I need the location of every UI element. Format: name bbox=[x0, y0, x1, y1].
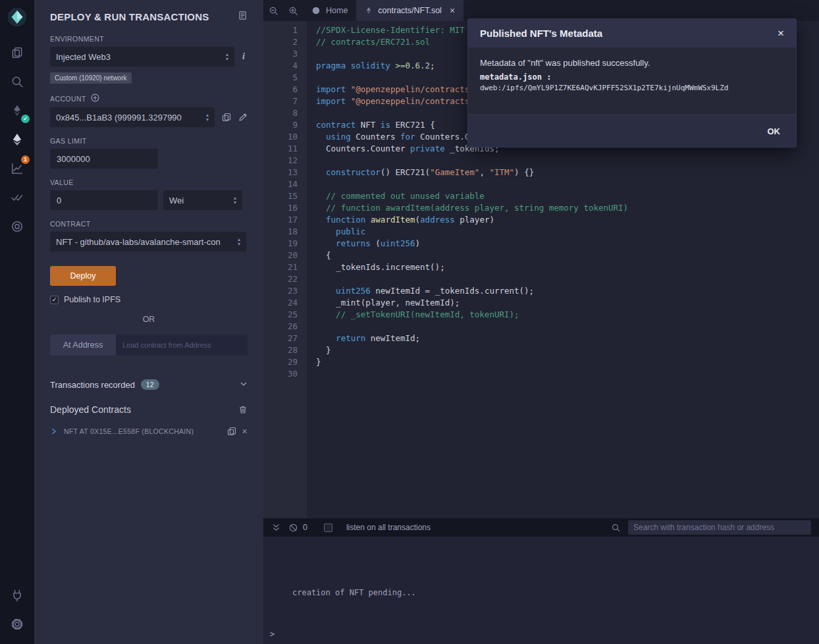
code-line[interactable]: // commented out unused variable bbox=[316, 190, 819, 202]
code-line[interactable]: public bbox=[316, 226, 819, 238]
sign-message-icon[interactable] bbox=[238, 113, 248, 122]
analysis-icon[interactable]: 1 bbox=[0, 154, 34, 183]
listen-transactions-label: listen on all transactions bbox=[346, 523, 431, 532]
line-number: 9 bbox=[263, 119, 298, 131]
terminal-log-line: creation of NFT pending... bbox=[263, 537, 819, 597]
terminal-search-box bbox=[628, 520, 811, 535]
code-line[interactable]: // function awardItem(address player, st… bbox=[316, 202, 819, 214]
code-line[interactable]: constructor() ERC721("GameItem", "ITM") … bbox=[316, 167, 819, 178]
publish-ipfs-label: Publish to IPFS bbox=[64, 295, 120, 304]
line-number: 6 bbox=[263, 84, 298, 95]
value-input[interactable] bbox=[50, 190, 158, 210]
code-line[interactable]: uint256 newItemId = _tokenIds.current(); bbox=[316, 285, 819, 297]
terminal-toolbar: 0 listen on all transactions bbox=[263, 518, 819, 537]
plugin-manager-icon[interactable] bbox=[0, 581, 34, 610]
ok-button[interactable]: OK bbox=[768, 126, 781, 136]
gas-limit-input[interactable] bbox=[50, 149, 158, 169]
publish-ipfs-checkbox[interactable] bbox=[50, 296, 59, 304]
value-unit-select[interactable]: Wei bbox=[163, 190, 242, 210]
code-line[interactable]: { bbox=[316, 250, 819, 261]
compile-success-badge: ✓ bbox=[21, 115, 30, 123]
line-number: 2 bbox=[263, 36, 298, 48]
select-caret-icon bbox=[238, 238, 240, 246]
code-line[interactable]: } bbox=[316, 344, 819, 356]
code-line[interactable]: returns (uint256) bbox=[316, 238, 819, 250]
expand-terminal-icon[interactable] bbox=[271, 523, 281, 533]
modal-footer: OK bbox=[468, 115, 796, 147]
chevron-down-icon[interactable] bbox=[240, 380, 248, 390]
line-number: 27 bbox=[263, 333, 298, 344]
deployed-instance-label: NFT AT 0X15E...E558F (BLOCKCHAIN) bbox=[64, 427, 194, 435]
remove-instance-icon[interactable]: × bbox=[242, 427, 248, 436]
line-number: 30 bbox=[263, 368, 298, 380]
close-modal-icon[interactable]: × bbox=[778, 28, 784, 39]
deploy-run-icon[interactable] bbox=[0, 125, 34, 154]
analysis-count-badge: 1 bbox=[21, 155, 30, 164]
account-value: 0x845...B1aB3 (999991.3297990 bbox=[56, 113, 182, 122]
line-number: 22 bbox=[263, 273, 298, 285]
settings-icon[interactable] bbox=[0, 610, 34, 639]
code-line[interactable] bbox=[316, 368, 819, 380]
select-caret-icon bbox=[206, 113, 209, 122]
add-account-icon[interactable] bbox=[91, 94, 99, 103]
file-explorer-icon[interactable] bbox=[0, 38, 34, 67]
listen-transactions-checkbox[interactable] bbox=[324, 523, 332, 532]
at-address-button[interactable]: At Address bbox=[50, 335, 116, 356]
code-line[interactable]: return newItemId; bbox=[316, 333, 819, 344]
tab-home[interactable]: Home bbox=[303, 0, 356, 21]
gas-limit-label: GAS LIMIT bbox=[50, 137, 248, 145]
line-number: 7 bbox=[263, 95, 298, 107]
environment-select[interactable]: Injected Web3 bbox=[50, 47, 234, 67]
zoom-in-icon[interactable] bbox=[283, 0, 303, 21]
clear-console-icon[interactable] bbox=[288, 523, 298, 533]
line-number: 16 bbox=[263, 202, 298, 214]
published-metadata-modal: Published NFT's Metadata × Metadata of "… bbox=[467, 18, 797, 148]
deploy-run-panel: DEPLOY & RUN TRANSACTIONS ENVIRONMENT In… bbox=[34, 0, 263, 644]
code-line[interactable]: } bbox=[316, 356, 819, 368]
notebook-icon[interactable] bbox=[238, 11, 248, 22]
line-number: 17 bbox=[263, 214, 298, 226]
line-number: 23 bbox=[263, 285, 298, 297]
terminal[interactable]: creation of NFT pending... > bbox=[263, 537, 819, 644]
solidity-compiler-icon[interactable]: ✓ bbox=[0, 96, 34, 125]
close-tab-icon[interactable]: × bbox=[450, 6, 455, 15]
remix-logo-icon[interactable] bbox=[5, 5, 29, 32]
search-icon[interactable] bbox=[0, 67, 34, 96]
terminal-search-icon bbox=[611, 523, 621, 533]
panel-title: DEPLOY & RUN TRANSACTIONS bbox=[50, 11, 209, 22]
modal-header: Published NFT's Metadata × bbox=[468, 19, 796, 47]
line-number: 15 bbox=[263, 190, 298, 202]
zoom-out-icon[interactable] bbox=[263, 0, 283, 21]
at-address-input[interactable] bbox=[116, 335, 248, 356]
copy-account-icon[interactable] bbox=[222, 113, 231, 122]
code-line[interactable]: _mint(player, newItemId); bbox=[316, 297, 819, 309]
info-icon[interactable]: i bbox=[242, 51, 245, 62]
copy-instance-icon[interactable] bbox=[227, 427, 236, 436]
line-number: 10 bbox=[263, 131, 298, 143]
tab-contracts-nft-sol[interactable]: contracts/NFT.sol × bbox=[356, 0, 463, 21]
tab-label: contracts/NFT.sol bbox=[378, 6, 442, 15]
code-line[interactable]: _tokenIds.increment(); bbox=[316, 261, 819, 273]
metadata-file-label: metadata.json : bbox=[480, 72, 784, 82]
deploy-button[interactable]: Deploy bbox=[50, 266, 116, 286]
pending-transactions-count: 0 bbox=[303, 523, 307, 532]
account-select[interactable]: 0x845...B1aB3 (999991.3297990 bbox=[50, 107, 215, 127]
terminal-search-input[interactable] bbox=[633, 523, 806, 532]
code-line[interactable] bbox=[316, 273, 819, 285]
account-label-text: ACCOUNT bbox=[50, 95, 86, 103]
code-line[interactable]: function awardItem(address player) bbox=[316, 214, 819, 226]
code-line[interactable]: // _setTokenURI(newItemId, tokenURI); bbox=[316, 309, 819, 321]
select-caret-icon bbox=[234, 196, 236, 205]
chevron-right-icon[interactable] bbox=[50, 427, 58, 435]
code-line[interactable] bbox=[316, 178, 819, 190]
value-unit: Wei bbox=[169, 196, 184, 205]
solidity-file-icon bbox=[365, 7, 373, 14]
trash-icon[interactable] bbox=[238, 405, 248, 414]
code-line[interactable] bbox=[316, 321, 819, 333]
contract-select[interactable]: NFT - github/ava-labs/avalanche-smart-co… bbox=[50, 232, 246, 252]
debugger-icon[interactable] bbox=[0, 212, 34, 241]
code-line[interactable] bbox=[316, 155, 819, 167]
line-number: 5 bbox=[263, 72, 298, 84]
unit-testing-icon[interactable] bbox=[0, 183, 34, 212]
contract-label: CONTRACT bbox=[50, 220, 248, 228]
